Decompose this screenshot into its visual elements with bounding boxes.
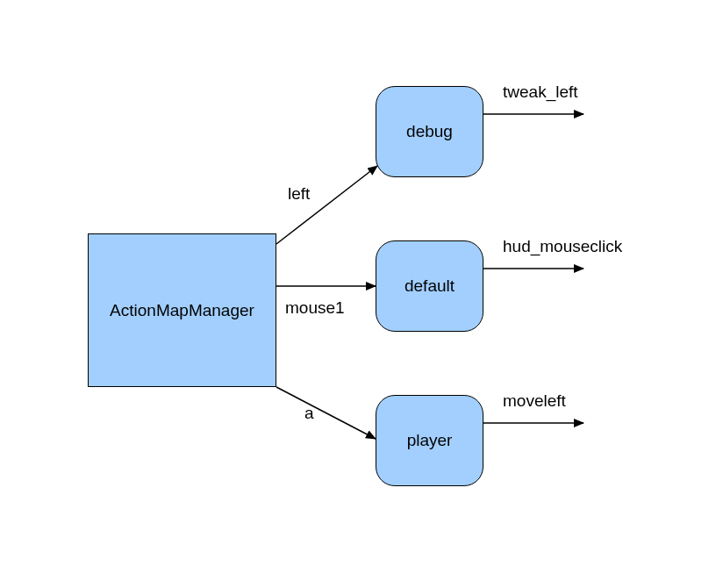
node-player: player: [376, 395, 483, 486]
arrow-manager-to-debug: [276, 166, 377, 244]
edge-label-left: left: [288, 184, 310, 204]
node-actionmapmanager-label: ActionMapManager: [110, 301, 254, 320]
node-default-label: default: [405, 276, 455, 296]
edge-label-mouse1: mouse1: [285, 298, 345, 318]
diagram-canvas: ActionMapManager debug default player le…: [0, 0, 716, 588]
node-debug: debug: [376, 86, 483, 177]
node-player-label: player: [407, 431, 453, 450]
node-actionmapmanager: ActionMapManager: [88, 233, 276, 387]
arrow-manager-to-player: [276, 387, 376, 439]
output-label-tweak-left: tweak_left: [503, 82, 578, 102]
node-debug-label: debug: [406, 122, 453, 141]
output-label-hud-mouseclick: hud_mouseclick: [503, 237, 622, 256]
node-default: default: [376, 240, 483, 332]
output-label-moveleft: moveleft: [503, 391, 566, 411]
edge-label-a: a: [304, 404, 314, 423]
